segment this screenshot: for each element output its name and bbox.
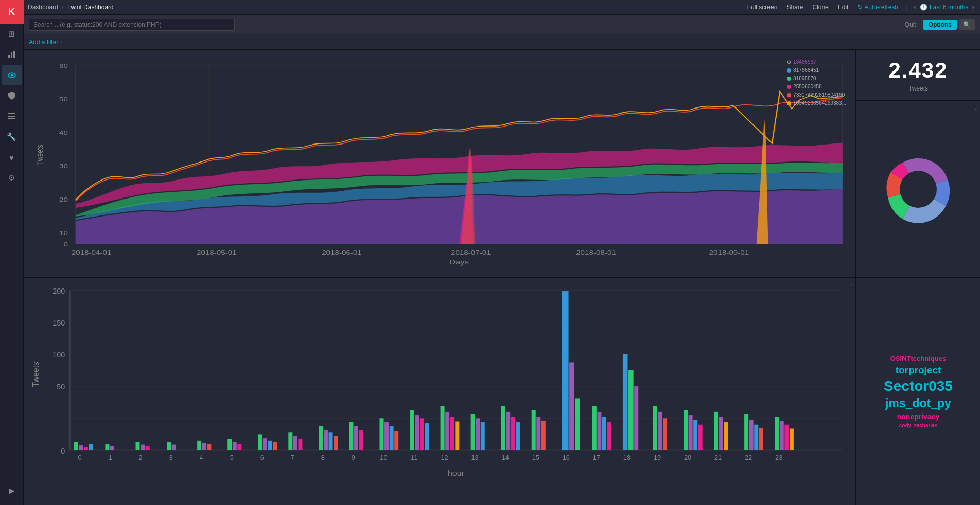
time-range-label[interactable]: Last 6 months — [930, 4, 968, 11]
svg-text:22: 22 — [745, 454, 752, 461]
svg-text:5: 5 — [230, 454, 234, 461]
time-navigation: ‹ 🕐 Last 6 months › — [912, 3, 976, 11]
svg-point-37 — [900, 171, 937, 208]
bar-chart-nav-button[interactable]: ‹ — [850, 281, 852, 288]
sidebar-item-shield[interactable] — [2, 86, 22, 105]
sidebar-item-wrench[interactable]: 🔧 — [2, 127, 22, 147]
svg-rect-126 — [754, 424, 758, 450]
svg-text:100: 100 — [52, 351, 65, 359]
search-input[interactable] — [29, 19, 235, 31]
svg-text:50: 50 — [59, 96, 68, 103]
breadcrumb-separator: / — [62, 4, 65, 11]
svg-rect-120 — [698, 424, 703, 450]
word-cody[interactable]: cody_zacharias — [899, 423, 938, 428]
svg-rect-72 — [288, 432, 292, 450]
donut-nav-button[interactable]: ‹ — [975, 105, 977, 113]
svg-text:18: 18 — [623, 454, 631, 461]
svg-rect-2 — [13, 51, 15, 58]
svg-rect-51 — [74, 442, 78, 450]
area-chart-svg: 60 50 40 30 20 10 0 — [29, 54, 850, 273]
panel-word-cloud: OSINTtechniques torproject Sector035 jms… — [856, 278, 980, 506]
sidebar-item-list[interactable] — [2, 106, 22, 126]
auto-refresh-button[interactable]: ↻ Auto-refresh — [855, 3, 900, 12]
sidebar-item-heart[interactable]: ♥ — [2, 148, 22, 167]
svg-rect-60 — [167, 442, 171, 450]
svg-text:0: 0 — [61, 446, 65, 455]
share-button[interactable]: Share — [784, 3, 805, 12]
svg-rect-74 — [298, 439, 302, 450]
svg-rect-78 — [334, 436, 338, 450]
legend-dot-3 — [787, 77, 791, 81]
svg-text:2: 2 — [139, 454, 143, 461]
options-button[interactable]: Options — [923, 20, 957, 30]
legend-dot-5 — [787, 93, 791, 97]
svg-rect-124 — [744, 414, 748, 450]
svg-text:19: 19 — [654, 454, 661, 461]
panel-tweets-count: 2.432 Tweets — [856, 50, 980, 101]
filterbar: Add a filter + — [24, 34, 980, 50]
svg-text:2018-04-01: 2018-04-01 — [72, 249, 112, 256]
sidebar-item-gear[interactable]: ⚙ — [2, 168, 22, 188]
svg-text:Tweets: Tweets — [36, 145, 45, 165]
svg-rect-80 — [354, 426, 358, 450]
breadcrumb: Dashboard / Twint Dashboard — [28, 4, 114, 11]
sidebar-item-home[interactable]: ⊞ — [2, 24, 22, 44]
sidebar-item-arrow[interactable]: ▶ — [2, 481, 22, 500]
svg-rect-127 — [759, 427, 763, 450]
full-screen-button[interactable]: Full screen — [745, 3, 780, 12]
svg-rect-98 — [506, 411, 510, 450]
sidebar-item-chart[interactable] — [2, 45, 22, 64]
word-sector035[interactable]: Sector035 — [884, 378, 953, 394]
word-jms[interactable]: jms_dot_py — [885, 396, 951, 410]
time-prev-button[interactable]: ‹ — [912, 3, 918, 11]
svg-text:2018-05-01: 2018-05-01 — [197, 249, 237, 256]
svg-text:hour: hour — [448, 468, 464, 477]
svg-rect-92 — [450, 417, 454, 450]
svg-rect-67 — [237, 444, 241, 450]
svg-rect-88 — [420, 418, 424, 450]
svg-text:10: 10 — [59, 230, 68, 237]
word-cloud-container: OSINTtechniques torproject Sector035 jms… — [862, 283, 975, 500]
svg-rect-55 — [105, 444, 109, 450]
svg-rect-111 — [623, 354, 628, 450]
edit-button[interactable]: Edit — [836, 3, 851, 12]
svg-rect-100 — [516, 422, 520, 450]
quit-button[interactable]: Quit — [902, 20, 919, 29]
word-osint[interactable]: OSINTtechniques — [890, 355, 946, 363]
panel-area-chart: 60 50 40 30 20 10 0 — [24, 50, 856, 277]
svg-text:10: 10 — [380, 454, 387, 461]
svg-rect-106 — [575, 398, 580, 450]
logo[interactable]: K — [0, 0, 24, 24]
svg-rect-73 — [293, 436, 297, 450]
svg-rect-65 — [227, 439, 232, 450]
svg-rect-83 — [384, 422, 389, 450]
svg-text:3: 3 — [169, 454, 173, 461]
svg-rect-129 — [780, 420, 784, 450]
svg-rect-105 — [569, 362, 574, 450]
svg-rect-128 — [775, 417, 779, 450]
svg-rect-113 — [634, 386, 638, 450]
searchbar: Quit Options 🔍 — [24, 15, 980, 34]
sidebar-item-eye[interactable] — [2, 65, 22, 85]
legend-item-1: ⊙ 18466967 — [787, 58, 846, 66]
svg-text:Tweets: Tweets — [31, 362, 40, 387]
search-submit-button[interactable]: 🔍 — [959, 19, 975, 30]
svg-text:4: 4 — [200, 454, 203, 461]
time-next-button[interactable]: › — [970, 3, 976, 11]
clone-button[interactable]: Clone — [810, 3, 830, 12]
word-torproject[interactable]: torproject — [896, 365, 941, 376]
breadcrumb-parent[interactable]: Dashboard — [28, 4, 58, 11]
svg-rect-57 — [135, 442, 139, 450]
donut-chart-svg — [877, 148, 959, 230]
svg-text:8: 8 — [321, 454, 325, 461]
svg-rect-1 — [11, 52, 12, 58]
word-noneprivacy[interactable]: noneprivacy — [897, 412, 939, 421]
svg-text:20: 20 — [59, 196, 68, 203]
svg-text:200: 200 — [52, 286, 65, 295]
svg-rect-90 — [441, 406, 445, 450]
svg-text:0: 0 — [64, 241, 68, 248]
svg-rect-54 — [89, 444, 93, 450]
svg-rect-86 — [410, 410, 414, 450]
add-filter-button[interactable]: Add a filter + — [29, 39, 64, 46]
tweets-count-value: 2.432 — [888, 58, 948, 83]
